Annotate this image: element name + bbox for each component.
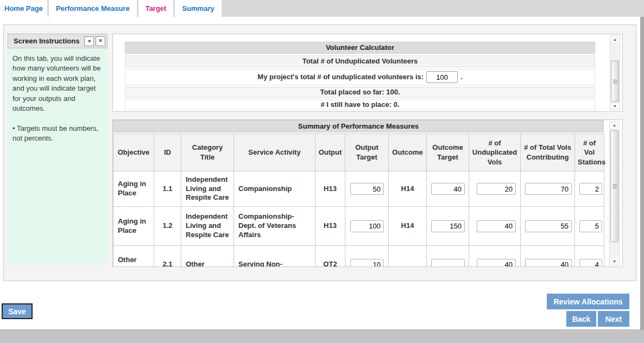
outcome-target-input[interactable] — [431, 220, 465, 232]
instructions-note: • Targets must be numbers, not percents. — [12, 124, 103, 144]
screen-instructions-title: Screen Instructions — [14, 37, 79, 45]
objective-cell: Aging in Place — [113, 207, 154, 246]
output-cell: OT2 — [315, 246, 345, 268]
service-activity-cell: Companionship — [234, 172, 315, 207]
still-to-place-text: # I still have to place: 0. — [125, 99, 595, 110]
unduplicated-volunteers-suffix: . — [460, 72, 463, 82]
volunteer-calculator-title: Volunteer Calculator — [125, 42, 595, 54]
performance-measures-table: Objective ID Category Title Service Acti… — [113, 134, 604, 267]
table-row: Aging in Place 1.2 Independent Living an… — [113, 207, 604, 246]
output-cell: H13 — [315, 172, 345, 207]
table-row: Aging in Place 1.1 Independent Living an… — [113, 172, 604, 207]
tab-target[interactable]: Target — [138, 0, 174, 17]
calculator-scrollbar[interactable]: ▲ ▼ — [610, 35, 620, 110]
performance-measures-table-wrap: Summary of Performance Measures Objectiv… — [113, 120, 604, 267]
screen-instructions-body: On this tab, you will indicate how many … — [8, 48, 108, 149]
tab-bar: Home Page Performance Measure Target Sum… — [0, 0, 644, 17]
scrollbar-grip-icon — [613, 81, 617, 82]
col-category-title: Category Title — [181, 134, 234, 172]
scrollbar-thumb[interactable] — [611, 61, 619, 102]
output-target-input[interactable] — [350, 220, 384, 232]
close-panel-icon[interactable]: ✕ — [96, 36, 105, 46]
col-id: ID — [154, 134, 181, 172]
tab-summary[interactable]: Summary — [175, 0, 221, 17]
unduplicated-volunteers-input[interactable] — [426, 71, 458, 83]
scroll-down-icon[interactable]: ▼ — [610, 258, 619, 265]
objective-cell: Aging in Place — [113, 172, 154, 207]
screen-instructions-panel: Screen Instructions ◂ ✕ On this tab, you… — [8, 34, 108, 265]
col-total-vols-contributing: # of Total Vols Contributing — [521, 134, 575, 172]
unduplicated-vols-input[interactable] — [477, 220, 516, 232]
vol-stations-input[interactable] — [579, 259, 602, 268]
total-placed-text: Total placed so far: 100. — [125, 87, 595, 98]
tab-home-page[interactable]: Home Page — [0, 0, 47, 17]
tab-performance-measure[interactable]: Performance Measure — [49, 0, 137, 17]
outcome-target-input[interactable] — [431, 259, 465, 268]
window-right-edge — [640, 17, 644, 330]
scroll-down-icon[interactable]: ▼ — [610, 103, 620, 110]
objective-cell: Other Healthy — [113, 246, 154, 268]
screen-instructions-header: Screen Instructions ◂ ✕ — [8, 34, 108, 48]
table-row: Other Healthy 2.1 Other Serving Non- OT2 — [113, 246, 604, 268]
output-target-input[interactable] — [350, 183, 384, 195]
col-vol-stations: # of Vol Stations — [575, 134, 604, 172]
outcome-cell — [389, 246, 427, 268]
summary-scrollbar[interactable]: ▲ ▼ — [609, 121, 620, 265]
unduplicated-volunteers-row: My project's total # of unduplicated vol… — [125, 69, 595, 85]
vol-stations-input[interactable] — [579, 183, 602, 195]
unduplicated-vols-input[interactable] — [477, 259, 516, 268]
footer-bar — [0, 329, 644, 341]
category-cell: Other — [181, 246, 234, 268]
outcome-target-input[interactable] — [431, 183, 465, 195]
volunteer-calculator-table: Volunteer Calculator Total # of Unduplic… — [125, 42, 595, 112]
output-target-input[interactable] — [350, 259, 384, 268]
col-outcome-target: Outcome Target — [427, 134, 469, 172]
performance-measures-pane: Summary of Performance Measures Objectiv… — [112, 119, 623, 267]
id-cell: 1.2 — [154, 207, 181, 246]
output-cell: H13 — [315, 207, 345, 246]
scrollbar-thumb[interactable] — [610, 130, 618, 242]
unduplicated-volunteers-subtitle: Total # of Unduplicated Volunteers — [125, 55, 595, 67]
category-cell: Independent Living and Respite Care — [181, 207, 234, 246]
total-vols-input[interactable] — [525, 183, 572, 195]
next-button[interactable]: Next — [598, 311, 629, 327]
unduplicated-vols-input[interactable] — [477, 183, 516, 195]
total-vols-input[interactable] — [525, 220, 572, 232]
instructions-paragraph: On this tab, you will indicate how many … — [12, 54, 103, 114]
service-activity-cell: Serving Non- — [234, 246, 315, 268]
scrollbar-grip-icon — [613, 186, 617, 187]
id-cell: 2.1 — [154, 246, 181, 268]
back-button[interactable]: Back — [566, 311, 596, 327]
total-vols-input[interactable] — [525, 259, 572, 268]
table-header-row: Objective ID Category Title Service Acti… — [113, 134, 604, 172]
scroll-up-icon[interactable]: ▲ — [610, 122, 619, 129]
outcome-cell: H14 — [389, 207, 427, 246]
outcome-cell: H14 — [389, 172, 427, 207]
scroll-up-icon[interactable]: ▲ — [610, 36, 620, 43]
id-cell: 1.1 — [154, 172, 181, 207]
col-output-target: Output Target — [345, 134, 389, 172]
unduplicated-volunteers-label: My project's total # of unduplicated vol… — [257, 72, 424, 82]
review-allocations-button[interactable]: Review Allocations — [547, 294, 629, 309]
performance-measures-title: Summary of Performance Measures — [113, 120, 604, 132]
col-unduplicated-vols: # of Unduplicated Vols — [469, 134, 521, 172]
category-cell: Independent Living and Respite Care — [181, 172, 234, 207]
col-objective: Objective — [113, 134, 154, 172]
col-service-activity: Service Activity — [234, 134, 315, 172]
save-button[interactable]: Save — [2, 303, 33, 319]
collapse-panel-icon[interactable]: ◂ — [84, 36, 94, 46]
col-outcome: Outcome — [389, 134, 427, 172]
volunteer-calculator-pane: Volunteer Calculator Total # of Unduplic… — [112, 34, 623, 112]
vol-stations-input[interactable] — [579, 220, 602, 232]
service-activity-cell: Companionship-Dept. of Veterans Affairs — [234, 207, 315, 246]
col-output: Output — [315, 134, 345, 172]
